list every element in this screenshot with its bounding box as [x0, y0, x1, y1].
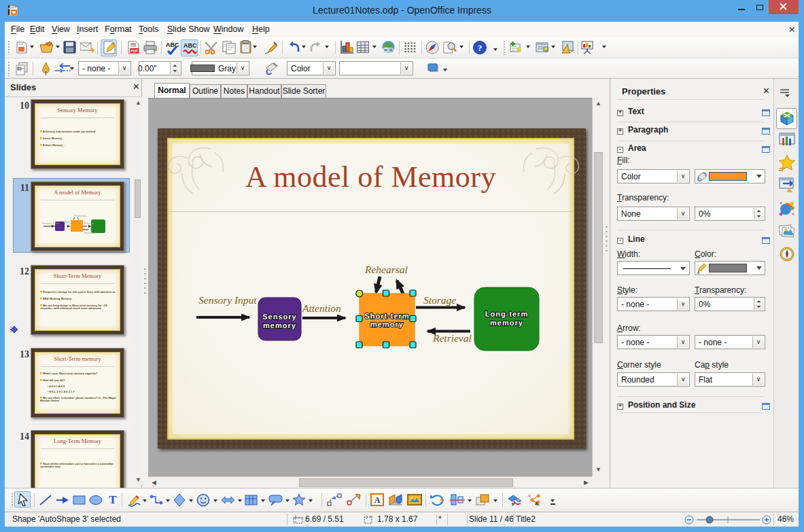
svg-text:PDF: PDF [130, 49, 139, 53]
svg-text:Rehearsal: Rehearsal [74, 214, 86, 217]
svg-text:Rehearsal: Rehearsal [364, 264, 408, 275]
svg-text:Sensory: Sensory [262, 313, 296, 321]
svg-text:memory: memory [370, 320, 404, 328]
svg-text:Short-term: Short-term [364, 312, 409, 320]
svg-text:Sensory Input: Sensory Input [42, 221, 60, 225]
svg-text:Retrieval: Retrieval [432, 332, 472, 344]
svg-text:Long-term: Long-term [485, 310, 528, 318]
svg-text:Sensory Input: Sensory Input [198, 294, 257, 306]
svg-text:Attn: Attn [65, 220, 69, 224]
svg-text:ABC: ABC [166, 41, 179, 48]
svg-text:Storage: Storage [423, 294, 456, 306]
svg-text:T: T [109, 493, 117, 506]
svg-text:memory: memory [490, 319, 523, 327]
svg-text:?: ? [478, 43, 483, 53]
svg-text:Retrieval: Retrieval [84, 231, 95, 234]
svg-text:A: A [374, 495, 381, 505]
svg-text:Attention: Attention [302, 302, 341, 314]
svg-text:ABC: ABC [183, 42, 197, 49]
svg-text:Storage: Storage [84, 221, 94, 225]
svg-text:memory: memory [263, 321, 296, 330]
